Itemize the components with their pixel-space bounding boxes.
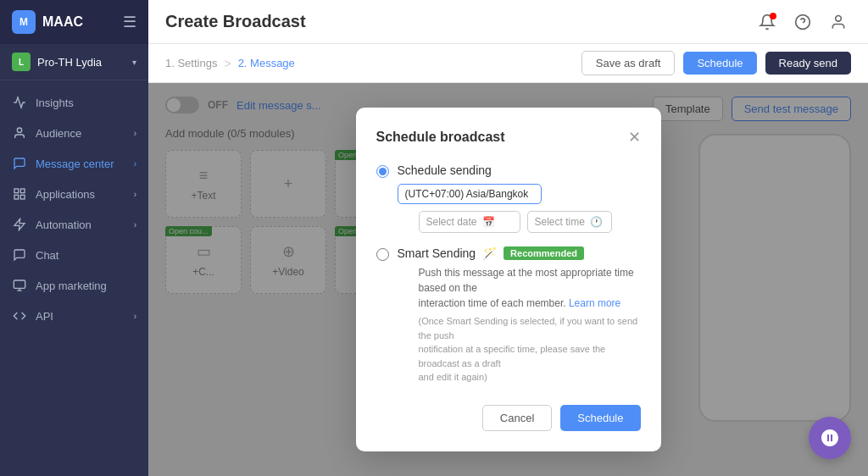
- sidebar-item-chat[interactable]: Chat: [0, 240, 148, 270]
- smart-description: Push this message at the most appropriat…: [419, 265, 641, 311]
- ready-send-button[interactable]: Ready send: [765, 52, 851, 75]
- subnav: 1. Settings > 2. Message Save as draft S…: [148, 44, 868, 83]
- topbar: Create Broadcast: [148, 0, 868, 44]
- svg-point-0: [17, 128, 21, 132]
- date-placeholder: Select date: [426, 216, 477, 228]
- schedule-sending-radio[interactable]: [376, 165, 389, 178]
- svg-rect-6: [14, 280, 25, 288]
- svg-point-11: [836, 15, 842, 21]
- cancel-button[interactable]: Cancel: [482, 405, 552, 431]
- svg-rect-1: [14, 189, 19, 193]
- sidebar-item-applications[interactable]: Applications ›: [0, 179, 148, 209]
- sidebar-item-label: Chat: [36, 249, 58, 262]
- chevron-icon: ›: [134, 312, 136, 321]
- subnav-actions: Save as draft Schedule Ready send: [581, 51, 851, 75]
- chat-float-icon: [820, 428, 840, 448]
- sidebar-item-message-center[interactable]: Message center ›: [0, 148, 148, 179]
- schedule-row: Schedule sending: [398, 163, 641, 204]
- smart-sending-content: Smart Sending 🪄 Recommended Push this me…: [398, 246, 641, 385]
- time-picker[interactable]: Select time 🕐: [527, 211, 612, 233]
- sidebar-item-audience[interactable]: Audience ›: [0, 118, 148, 148]
- time-placeholder: Select time: [535, 216, 585, 228]
- close-icon[interactable]: ✕: [628, 128, 641, 147]
- page-title: Create Broadcast: [165, 12, 306, 31]
- breadcrumb-step1[interactable]: 1. Settings: [165, 57, 217, 69]
- smart-sending-radio[interactable]: [376, 248, 389, 261]
- smart-sending-row: Smart Sending 🪄 Recommended: [398, 246, 641, 260]
- sidebar-header: M MAAC ☰: [0, 0, 148, 44]
- chevron-icon: ›: [134, 220, 136, 230]
- sidebar-item-automation[interactable]: Automation ›: [0, 209, 148, 240]
- main-content: Create Broadcast 1. Settings > 2. Messag…: [148, 0, 868, 476]
- svg-rect-2: [20, 189, 25, 193]
- sidebar-item-label: Insights: [36, 97, 74, 109]
- schedule-sending-label: Schedule sending: [398, 163, 492, 177]
- sidebar-item-label: Message center: [36, 158, 114, 170]
- schedule-confirm-button[interactable]: Schedule: [560, 405, 640, 431]
- sidebar: M MAAC ☰ L Pro-TH Lydia ▾ Insights: [0, 0, 148, 476]
- sidebar-item-label: Applications: [36, 188, 95, 201]
- sidebar-item-api[interactable]: API ›: [0, 301, 148, 331]
- modal-title: Schedule broadcast: [376, 130, 505, 145]
- schedule-sending-option: Schedule sending Select date 📅: [376, 163, 641, 233]
- clock-icon: 🕐: [590, 216, 603, 228]
- breadcrumb-separator: >: [224, 57, 231, 70]
- schedule-sending-content: Schedule sending Select date 📅: [398, 163, 641, 233]
- modal-footer: Cancel Schedule: [376, 405, 641, 431]
- zap-icon: [12, 217, 27, 232]
- grid-icon: [12, 186, 27, 202]
- notification-badge: [770, 13, 776, 19]
- person-icon: [12, 125, 27, 141]
- sidebar-item-label: Automation: [36, 219, 92, 231]
- modal-overlay: Schedule broadcast ✕ Schedule sending: [148, 83, 868, 476]
- hamburger-icon[interactable]: ☰: [123, 13, 136, 31]
- sidebar-item-label: App marketing: [36, 280, 107, 292]
- notification-icon[interactable]: [754, 9, 780, 35]
- smart-note: (Once Smart Sending is selected, if you …: [419, 314, 641, 385]
- chevron-down-icon: ▾: [132, 58, 136, 67]
- breadcrumb-step2[interactable]: 2. Message: [238, 57, 295, 69]
- schedule-modal: Schedule broadcast ✕ Schedule sending: [356, 108, 661, 451]
- sidebar-item-insights[interactable]: Insights: [0, 87, 148, 118]
- page-body: OFF Edit message s... Template Send test…: [148, 83, 868, 476]
- svg-rect-3: [14, 195, 19, 199]
- sidebar-item-label: Audience: [36, 127, 81, 140]
- chart-icon: [12, 95, 27, 110]
- wand-icon: 🪄: [482, 246, 497, 260]
- chat-icon: [12, 247, 27, 263]
- account-icon: L: [12, 53, 31, 71]
- recommended-badge: Recommended: [504, 246, 584, 260]
- svg-marker-5: [14, 219, 25, 230]
- marketing-icon: [12, 278, 27, 293]
- message-icon: [12, 156, 27, 171]
- topbar-actions: [754, 9, 851, 35]
- svg-rect-4: [20, 195, 25, 199]
- sidebar-nav: Insights Audience › Message center ›: [0, 80, 148, 476]
- timezone-input[interactable]: [398, 184, 542, 204]
- chevron-icon: ›: [134, 159, 136, 169]
- smart-sending-label: Smart Sending: [398, 246, 476, 260]
- schedule-button[interactable]: Schedule: [683, 52, 756, 75]
- learn-more-link[interactable]: Learn more: [569, 297, 620, 309]
- logo-text: MAAC: [42, 14, 83, 30]
- chat-float-button[interactable]: [809, 417, 851, 459]
- radio-group: Schedule sending Select date 📅: [376, 163, 641, 385]
- account-name: Pro-TH Lydia: [37, 56, 125, 69]
- user-icon[interactable]: [826, 9, 851, 35]
- api-icon: [12, 308, 27, 324]
- date-time-row: Select date 📅 Select time 🕐: [419, 211, 641, 233]
- date-picker[interactable]: Select date 📅: [419, 211, 520, 233]
- calendar-icon: 📅: [482, 216, 495, 228]
- modal-header: Schedule broadcast ✕: [376, 128, 641, 147]
- smart-sending-option: Smart Sending 🪄 Recommended Push this me…: [376, 246, 641, 385]
- account-selector[interactable]: L Pro-TH Lydia ▾: [0, 44, 148, 80]
- breadcrumb: 1. Settings > 2. Message: [165, 57, 295, 70]
- save-draft-button[interactable]: Save as draft: [581, 51, 676, 75]
- chevron-icon: ›: [134, 190, 136, 199]
- chevron-icon: ›: [134, 129, 136, 138]
- logo-box: M: [12, 10, 36, 34]
- help-icon[interactable]: [790, 9, 815, 35]
- sidebar-item-app-marketing[interactable]: App marketing: [0, 270, 148, 301]
- sidebar-item-label: API: [36, 310, 53, 323]
- sidebar-logo: M MAAC: [12, 10, 83, 34]
